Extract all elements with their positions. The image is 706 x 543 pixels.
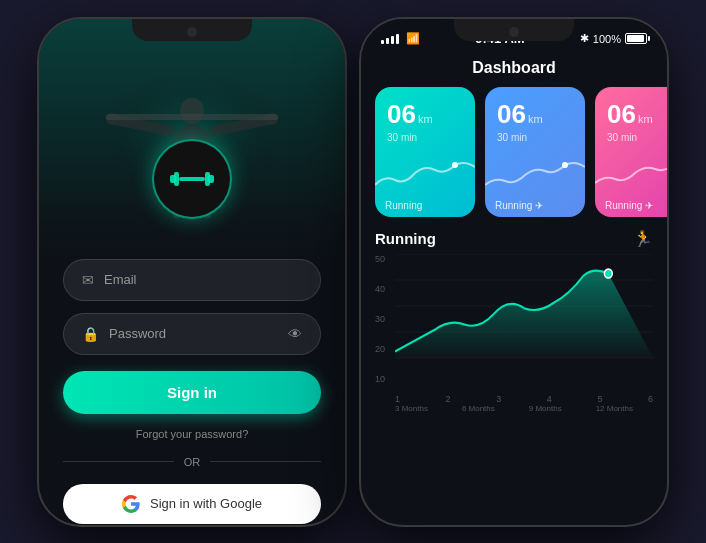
card-time-1: 30 min — [387, 132, 463, 143]
signin-button[interactable]: Sign in — [63, 371, 321, 414]
google-logo-icon — [122, 495, 140, 513]
email-placeholder: Email — [104, 272, 302, 287]
email-field[interactable]: ✉ Email — [63, 259, 321, 301]
phone-camera-left — [187, 27, 197, 37]
svg-rect-7 — [106, 114, 278, 120]
card-distance-3: 06 km — [607, 99, 667, 130]
email-icon: ✉ — [82, 272, 94, 288]
card-label-2: Running ✈ — [495, 200, 543, 211]
svg-rect-14 — [179, 177, 205, 181]
battery-percent: 100% — [593, 33, 621, 45]
forgot-password-link[interactable]: Forgot your password? — [63, 428, 321, 440]
activity-card-running-blue[interactable]: 06 km 30 min Running ✈ — [485, 87, 585, 217]
phone-camera-right — [509, 27, 519, 37]
wifi-icon: 📶 — [406, 32, 420, 45]
card-time-3: 30 min — [607, 132, 667, 143]
card-wave-1 — [375, 155, 475, 195]
svg-point-16 — [562, 162, 568, 168]
running-header: Running 🏃 — [375, 229, 653, 248]
dashboard-screen: 📶 9:41 AM ✱ 100% Dashboard — [361, 19, 667, 525]
status-right: ✱ 100% — [580, 32, 647, 45]
login-form: ✉ Email 🔒 Password 👁 Sign in Forgot your… — [39, 259, 345, 524]
signal-icon — [381, 34, 399, 44]
battery-icon — [625, 33, 647, 44]
card-distance-1: 06 km — [387, 99, 463, 130]
svg-rect-12 — [174, 172, 179, 186]
card-label-3: Running ✈ — [605, 200, 653, 211]
card-wave-3 — [595, 155, 667, 195]
or-divider: OR — [63, 456, 321, 468]
activity-cards: 06 km 30 min Running 06 km — [361, 87, 667, 217]
login-phone: ✉ Email 🔒 Password 👁 Sign in Forgot your… — [37, 17, 347, 527]
activity-card-running-teal[interactable]: 06 km 30 min Running — [375, 87, 475, 217]
dashboard-title: Dashboard — [361, 55, 667, 87]
google-signin-button[interactable]: Sign in with Google — [63, 484, 321, 524]
password-field[interactable]: 🔒 Password 👁 — [63, 313, 321, 355]
activity-card-running-pink[interactable]: 06 km 30 min Running ✈ — [595, 87, 667, 217]
or-line-left — [63, 461, 174, 462]
phones-container: ✉ Email 🔒 Password 👁 Sign in Forgot your… — [21, 1, 685, 543]
chart-x-axis: 1 2 3 4 5 6 — [395, 394, 653, 404]
svg-rect-13 — [205, 172, 210, 186]
google-signin-label: Sign in with Google — [150, 496, 262, 511]
svg-point-2 — [180, 98, 204, 124]
chart-area — [395, 254, 653, 384]
card-wave-2 — [485, 155, 585, 195]
app-logo — [152, 139, 232, 219]
running-section: Running 🏃 50 40 30 20 10 — [361, 217, 667, 413]
card-distance-2: 06 km — [497, 99, 573, 130]
bluetooth-icon: ✱ — [580, 32, 589, 45]
chart-y-axis: 50 40 30 20 10 — [375, 254, 385, 384]
svg-point-23 — [604, 269, 612, 278]
or-text: OR — [184, 456, 201, 468]
or-line-right — [210, 461, 321, 462]
signin-label: Sign in — [167, 384, 217, 401]
running-chart: 50 40 30 20 10 — [375, 254, 653, 404]
running-title: Running — [375, 230, 436, 247]
svg-point-15 — [452, 162, 458, 168]
running-icon[interactable]: 🏃 — [633, 229, 653, 248]
password-placeholder: Password — [109, 326, 278, 341]
status-left: 📶 — [381, 32, 420, 45]
lock-icon: 🔒 — [82, 326, 99, 342]
card-label-1: Running — [385, 200, 422, 211]
dashboard-phone: 📶 9:41 AM ✱ 100% Dashboard — [359, 17, 669, 527]
show-password-icon[interactable]: 👁 — [288, 326, 302, 342]
card-time-2: 30 min — [497, 132, 573, 143]
